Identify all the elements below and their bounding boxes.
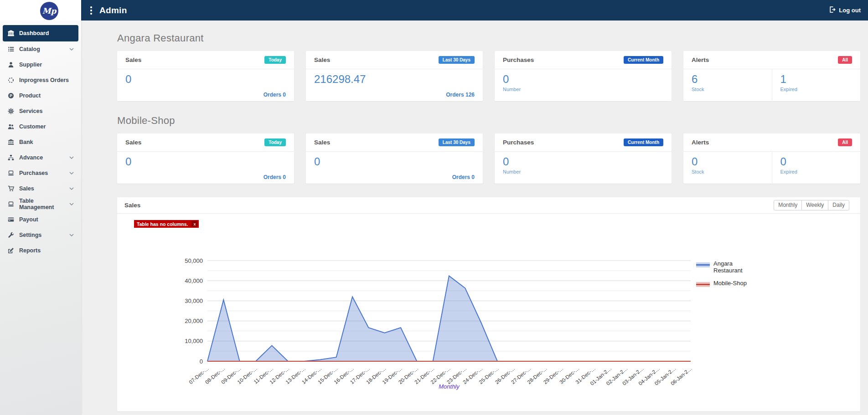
card-metric-stock: 6Stock (683, 69, 772, 101)
card-badge: All (838, 56, 852, 64)
metric-value: 1 (780, 73, 852, 86)
gear-icon (7, 108, 14, 115)
metric-label: Number (503, 87, 663, 92)
y-axis-tick-label: 10,000 (185, 338, 203, 344)
card-header: AlertsAll (683, 51, 860, 69)
metric-value: 6 (692, 73, 764, 86)
legend-swatch (696, 282, 710, 287)
card-badge: All (838, 138, 852, 146)
card-body: 0Orders 0 (117, 69, 294, 101)
sidebar-item-dashboard[interactable]: Dashboard (3, 25, 78, 41)
sidebar-item-advance[interactable]: Advance (3, 150, 78, 165)
card-body: 0Number (495, 152, 672, 183)
sidebar-item-label: Purchases (19, 170, 48, 176)
metric-label: Expired (780, 87, 852, 92)
chart-card-header: Sales MonthlyWeeklyDaily (117, 197, 860, 214)
card-body: 216298.47Orders 126 (306, 69, 483, 101)
laptop-icon (7, 170, 14, 177)
chevron-down-icon (69, 156, 74, 159)
sidebar-item-product[interactable]: PProduct (3, 88, 78, 103)
sidebar-item-settings[interactable]: Settings (3, 227, 78, 243)
laptop-icon (7, 201, 14, 208)
sidebar-item-label: Services (19, 108, 42, 114)
sidebar-item-label: Inprogress Orders (19, 77, 69, 83)
card-footer-label: Orders 0 (125, 92, 286, 98)
stat-card-alerts-all: AlertsAll0Stock0Expired (683, 133, 860, 184)
brand-logo[interactable]: Mp (40, 2, 58, 20)
legend-swatch (696, 262, 710, 267)
sidebar-item-reports[interactable]: Reports (3, 243, 78, 258)
stat-card-sales-last-30-days: SalesLast 30 Days216298.47Orders 126 (306, 51, 483, 101)
series-area-angara-restaurant (207, 276, 691, 361)
card-badge: Current Month (624, 56, 663, 64)
legend-entry-angara-restaurant[interactable]: Angara Restaurant (696, 261, 751, 274)
metric-value: 0 (692, 155, 764, 168)
chevron-down-icon (69, 187, 74, 190)
cards-row: SalesToday0Orders 0SalesLast 30 Days2162… (117, 51, 860, 101)
content: Angara RestaurantSalesToday0Orders 0Sale… (81, 20, 868, 415)
metric-value: 0 (780, 155, 852, 168)
sidebar: Mp DashboardCatalogSupplierInprogress Or… (0, 0, 81, 415)
card-title: Sales (314, 56, 330, 63)
x-axis-title: Monthly (439, 383, 460, 390)
y-axis-tick-label: 50,000 (185, 257, 203, 264)
metric-label: Stock (692, 169, 764, 174)
card-badge: Last 30 Days (439, 56, 475, 64)
range-button-weekly[interactable]: Weekly (801, 200, 828, 210)
section-heading-angara-restaurant: Angara Restaurant (117, 32, 860, 44)
card-header: SalesToday (117, 51, 294, 69)
card-header: PurchasesCurrent Month (495, 133, 672, 152)
sidebar-item-label: Customer (19, 123, 46, 130)
legend-entry-mobile-shop[interactable]: Mobile-Shop (696, 280, 751, 287)
card-badge: Last 30 Days (439, 138, 475, 146)
sidebar-item-supplier[interactable]: Supplier (3, 57, 78, 72)
stat-card-purchases-current-month: PurchasesCurrent Month0Number (495, 133, 672, 184)
sidebar-item-label: Dashboard (19, 30, 49, 36)
card-body: 0Stock0Expired (683, 152, 860, 183)
list-icon (7, 46, 14, 53)
metric-label: Stock (692, 87, 764, 92)
sidebar-item-customer[interactable]: Customer (3, 119, 78, 134)
card-body: 0Orders 0 (306, 152, 483, 183)
range-button-monthly[interactable]: Monthly (774, 200, 802, 210)
chevron-down-icon (69, 172, 74, 175)
sidebar-item-sales[interactable]: Sales (3, 181, 78, 196)
chevron-down-icon (69, 234, 74, 237)
chart-range-group: MonthlyWeeklyDaily (774, 200, 849, 210)
sidebar-nav: DashboardCatalogSupplierInprogress Order… (0, 20, 81, 258)
chart-title: Sales (124, 202, 140, 209)
sales-chart-card: Sales MonthlyWeeklyDaily Table has no co… (117, 197, 860, 411)
stat-card-sales-today: SalesToday0Orders 0 (117, 51, 294, 101)
stat-sections: Angara RestaurantSalesToday0Orders 0Sale… (117, 32, 860, 184)
cart-icon (7, 185, 14, 192)
sidebar-item-label: Supplier (19, 61, 42, 68)
card-header: SalesToday (117, 133, 294, 152)
sidebar-item-bank[interactable]: Bank (3, 134, 78, 150)
sidebar-item-purchases[interactable]: Purchases (3, 165, 78, 181)
card-metric-expired: 0Expired (772, 152, 861, 183)
sidebar-item-catalog[interactable]: Catalog (3, 41, 78, 57)
card-badge: Today (264, 138, 286, 146)
legend-label: Mobile-Shop (713, 280, 747, 287)
logout-button[interactable]: Log out (829, 6, 861, 14)
chart-plot-area: 010,00020,00030,00040,00050,00007-Dec-…0… (117, 214, 860, 411)
sidebar-item-table-management[interactable]: Table Management (3, 196, 78, 212)
sidebar-item-payout[interactable]: Payout (3, 212, 78, 227)
sales-area-chart: 010,00020,00030,00040,00050,00007-Dec-…0… (117, 214, 860, 411)
metric-value: 0 (503, 73, 663, 86)
user-icon (7, 61, 14, 68)
stat-card-alerts-all: AlertsAll6Stock1Expired (683, 51, 860, 101)
card-metric-stock: 0Stock (683, 152, 772, 183)
page-title: Admin (99, 5, 127, 15)
app-root: Mp DashboardCatalogSupplierInprogress Or… (0, 0, 868, 415)
menu-dots-icon[interactable] (88, 5, 94, 16)
card-title: Sales (125, 139, 141, 146)
card-footer-label: Orders 0 (125, 174, 286, 180)
card-title: Alerts (692, 139, 709, 146)
card-body: 0Orders 0 (117, 152, 294, 183)
sidebar-item-inprogress-orders[interactable]: Inprogress Orders (3, 72, 78, 88)
sidebar-item-services[interactable]: Services (3, 103, 78, 119)
sidebar-item-label: Settings (19, 232, 41, 238)
sidebar-item-label: Payout (19, 216, 38, 223)
range-button-daily[interactable]: Daily (828, 200, 849, 210)
